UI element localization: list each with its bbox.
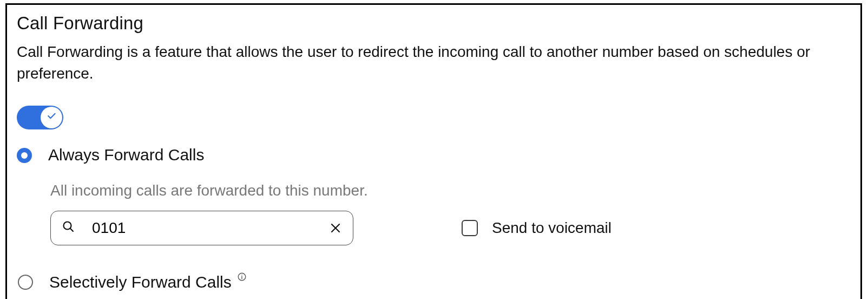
option-label: Selectively Forward Calls — [49, 271, 247, 294]
svg-line-1 — [70, 229, 73, 231]
info-icon[interactable] — [237, 272, 247, 282]
voicemail-label: Send to voicemail — [492, 218, 611, 238]
always-forward-subtext: All incoming calls are forwarded to this… — [50, 180, 851, 201]
section-title: Call Forwarding — [17, 11, 851, 36]
voicemail-checkbox[interactable] — [462, 220, 478, 236]
option-label: Always Forward Calls — [48, 144, 204, 166]
svg-point-6 — [241, 275, 242, 276]
clear-input-button[interactable] — [329, 222, 342, 235]
check-icon — [46, 110, 57, 125]
toggle-knob — [41, 107, 62, 128]
radio-selectively-forward[interactable] — [18, 275, 33, 290]
close-icon — [329, 227, 342, 236]
send-to-voicemail-option: Send to voicemail — [462, 218, 611, 238]
option-selectively-forward: Selectively Forward Calls — [18, 271, 851, 294]
call-forwarding-panel: Call Forwarding Call Forwarding is a fea… — [5, 3, 862, 299]
search-icon — [62, 220, 75, 236]
option-always-forward: Always Forward Calls — [17, 144, 851, 166]
call-forwarding-toggle[interactable] — [17, 106, 63, 129]
section-description: Call Forwarding is a feature that allows… — [17, 41, 851, 85]
forward-number-field[interactable] — [50, 211, 353, 245]
radio-always-forward[interactable] — [17, 148, 32, 163]
forward-number-input[interactable] — [91, 219, 329, 237]
always-forward-details: All incoming calls are forwarded to this… — [50, 180, 851, 245]
